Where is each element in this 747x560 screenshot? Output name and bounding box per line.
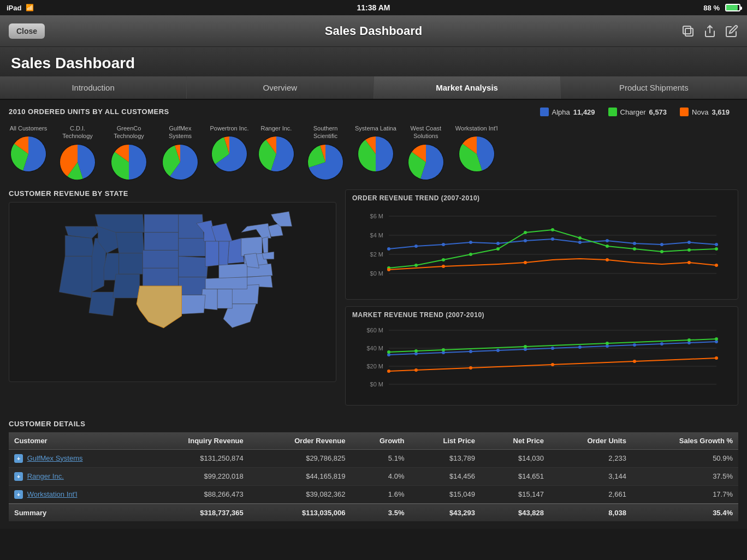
svg-point-29	[578, 241, 582, 244]
tab-market-analysis[interactable]: Market Analysis	[374, 76, 561, 99]
tab-overview[interactable]: Overview	[187, 76, 374, 99]
market-revenue-svg: $60 M $40 M $20 M $0 M	[352, 322, 731, 398]
status-right: 88 %	[703, 4, 740, 12]
pie-label: Workstation Int'l	[455, 124, 498, 132]
pie-item[interactable]: Southern Scientific	[304, 124, 347, 182]
svg-point-30	[606, 239, 609, 242]
pie-item[interactable]: C.D.I. Technology	[56, 124, 99, 182]
duplicate-icon[interactable]	[681, 25, 695, 38]
pie-item[interactable]: Systema Latina	[355, 124, 396, 174]
row-customer[interactable]: + GulfMex Systems	[9, 449, 140, 467]
customer-link[interactable]: GulfMex Systems	[27, 454, 83, 462]
order-revenue-chart: ORDER REVENUE TREND (2007-2010) $6 M $4 …	[345, 189, 738, 300]
svg-point-25	[469, 241, 472, 244]
svg-point-22	[387, 247, 390, 251]
title-bar: Close Sales Dashboard	[0, 15, 747, 47]
svg-point-87	[633, 360, 636, 363]
svg-point-31	[633, 242, 636, 245]
row-net-price: $15,147	[481, 485, 549, 504]
pie-chart-svg	[356, 134, 395, 174]
pie-label: Southern Scientific	[304, 124, 347, 140]
row-sales-growth: 50.9%	[632, 449, 738, 467]
legend-alpha: Alpha 11,429	[540, 108, 595, 116]
svg-point-69	[551, 347, 554, 350]
svg-point-40	[524, 231, 527, 234]
row-customer[interactable]: + Ranger Inc.	[9, 467, 140, 485]
svg-point-85	[469, 366, 472, 370]
battery-label: 88 %	[703, 4, 720, 12]
nova-color	[680, 108, 689, 116]
details-title: CUSTOMER DETAILS	[9, 420, 738, 428]
svg-point-82	[715, 337, 718, 341]
col-order-revenue: Order Revenue	[249, 432, 351, 450]
pie-chart-svg	[161, 142, 200, 182]
pie-label: GulfMex Systems	[158, 124, 202, 140]
row-list-price: $13,789	[410, 449, 481, 467]
pie-chart-svg	[457, 134, 496, 174]
row-net-price: $14,651	[481, 467, 549, 485]
customer-link[interactable]: Workstation Int'l	[27, 490, 78, 498]
svg-point-66	[469, 350, 472, 353]
map-section: CUSTOMER REVENUE BY STATE	[9, 189, 336, 412]
pie-item[interactable]: West Coast Solutions	[404, 124, 448, 182]
expand-icon[interactable]: +	[14, 490, 23, 499]
charger-color	[608, 108, 617, 116]
units-section: 2010 ORDERED UNITS BY ALL CUSTOMERS Alph…	[9, 108, 738, 182]
svg-text:$2 M: $2 M	[370, 251, 383, 258]
expand-icon[interactable]: +	[14, 472, 23, 481]
summary-order-revenue: $113,035,006	[249, 504, 351, 521]
svg-point-83	[387, 370, 390, 373]
tab-product-shipments[interactable]: Product Shipments	[561, 76, 747, 99]
status-bar: iPad 📶 11:38 AM 88 %	[0, 0, 747, 15]
app-header: Sales Dashboard	[0, 47, 747, 76]
summary-inquiry-revenue: $318,737,365	[140, 504, 249, 521]
summary-growth: 3.5%	[351, 504, 410, 521]
pie-item[interactable]: Ranger Inc.	[257, 124, 296, 174]
row-order-revenue: $39,082,362	[249, 485, 351, 504]
svg-point-45	[660, 250, 663, 253]
pie-item[interactable]: GulfMex Systems	[158, 124, 202, 182]
row-list-price: $14,456	[410, 467, 481, 485]
svg-point-51	[606, 258, 609, 261]
svg-point-43	[606, 245, 609, 248]
svg-rect-0	[683, 26, 691, 34]
svg-point-80	[606, 342, 609, 345]
svg-point-49	[442, 265, 445, 268]
pie-chart-svg	[406, 142, 446, 182]
expand-icon[interactable]: +	[14, 454, 23, 463]
pie-item[interactable]: GreenCo Technology	[107, 124, 151, 182]
pie-item[interactable]: Powertron Inc.	[210, 124, 249, 174]
tab-introduction[interactable]: Introduction	[0, 76, 187, 99]
svg-point-36	[414, 264, 418, 267]
pie-charts: All CustomersC.D.I. TechnologyGreenCo Te…	[9, 124, 738, 182]
col-growth: Growth	[351, 432, 410, 450]
svg-point-86	[551, 363, 554, 366]
svg-point-81	[687, 338, 691, 342]
row-customer[interactable]: + Workstation Int'l	[9, 485, 140, 504]
customer-link[interactable]: Ranger Inc.	[27, 472, 64, 480]
svg-point-33	[687, 241, 691, 244]
pie-label: West Coast Solutions	[404, 124, 448, 140]
pie-chart-svg	[58, 142, 97, 182]
close-button[interactable]: Close	[9, 23, 45, 39]
pie-item[interactable]: Workstation Int'l	[455, 124, 498, 174]
col-inquiry-revenue: Inquiry Revenue	[140, 432, 249, 450]
row-order-units: 2,233	[549, 449, 632, 467]
share-icon[interactable]	[703, 25, 716, 38]
svg-text:$6 M: $6 M	[370, 213, 383, 219]
pie-label: Powertron Inc.	[210, 124, 249, 132]
svg-point-37	[442, 258, 445, 261]
svg-point-88	[715, 356, 718, 360]
row-inquiry-revenue: $88,266,473	[140, 485, 249, 504]
us-map[interactable]	[9, 202, 336, 382]
customer-details-table: Customer Inquiry Revenue Order Revenue G…	[9, 432, 738, 521]
pie-item[interactable]: All Customers	[9, 124, 48, 174]
svg-point-44	[633, 247, 636, 251]
pie-chart-svg	[257, 134, 296, 174]
tab-bar: Introduction Overview Market Analysis Pr…	[0, 76, 747, 100]
charts-section: ORDER REVENUE TREND (2007-2010) $6 M $4 …	[345, 189, 738, 412]
svg-point-47	[715, 247, 718, 251]
edit-icon[interactable]	[725, 25, 738, 38]
row-sales-growth: 17.7%	[632, 485, 738, 504]
pie-label: GreenCo Technology	[107, 124, 151, 140]
